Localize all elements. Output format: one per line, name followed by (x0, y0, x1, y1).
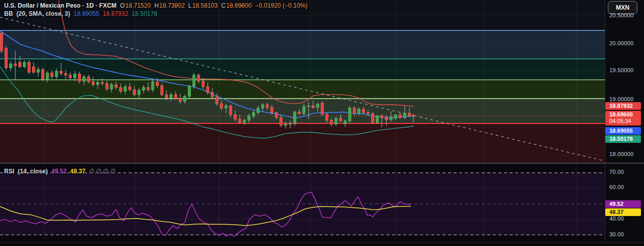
candle-down (340, 118, 342, 121)
axis-tick: 60.00 (609, 184, 624, 190)
candle-down (367, 112, 370, 113)
price-zone-5 (0, 124, 605, 163)
candle-down (271, 108, 273, 113)
candle-down (60, 71, 63, 73)
candle-down (385, 117, 388, 120)
candle-up (124, 87, 127, 91)
candle-up (74, 74, 76, 78)
ohlc-high: H 18.73802 (154, 2, 185, 9)
candle-down (266, 105, 269, 108)
rsi-params: (14, close) (18, 168, 48, 175)
last-price-badge: 18.6960004:05:34 (605, 111, 641, 126)
candle-up (143, 87, 145, 90)
axis-tick: 18.00000 (609, 151, 633, 157)
rsi-empty-values: ∅ ∅ ∅ ∅ (89, 168, 116, 175)
candle-down (5, 48, 8, 68)
axis-tick: 20.50000 (609, 12, 633, 18)
candle-down (198, 75, 200, 81)
bb-basis-badge: 18.69055 (605, 127, 641, 135)
axis-tick: 30.00 (609, 231, 624, 237)
candle-down (353, 108, 356, 114)
candle-up (97, 82, 99, 84)
candle-down (298, 112, 301, 113)
candle-down (239, 119, 241, 123)
bb-params: (20, SMA, close, 3) (16, 10, 70, 17)
candle-up (376, 116, 379, 122)
price-axis[interactable]: MXN 20.5000020.0000019.5000019.0000018.0… (605, 0, 644, 242)
rsi-value-badge: 49.52 (605, 200, 641, 208)
rsi-ma-value: 48.37 (70, 168, 86, 175)
candle-down (408, 113, 411, 116)
price-zone-2 (0, 59, 605, 80)
candle-down (19, 62, 21, 67)
candle-down (330, 120, 333, 125)
candle-up (225, 106, 228, 108)
axis-tick: 19.00000 (609, 96, 633, 102)
candle-up (317, 104, 319, 108)
rsi-ma-badge: 48.37 (605, 208, 641, 216)
candle-up (37, 70, 40, 73)
rsi-title: RSI (4, 168, 14, 175)
candle-down (133, 89, 136, 95)
candle-down (147, 87, 150, 89)
candle-up (335, 118, 338, 124)
candle-down (362, 109, 365, 113)
candle-down (65, 73, 67, 75)
candle-up (307, 106, 310, 106)
candle-up (358, 109, 360, 114)
candle-up (10, 64, 12, 68)
symbol-title: U.S. Dollar / Mexican Peso · 1D · FXCM (4, 2, 117, 9)
candle-down (202, 81, 205, 87)
rsi-outer-bottom (0, 235, 605, 242)
candle-up (55, 71, 58, 77)
bb-legend-row[interactable]: BB (20, SMA, close, 3) 18.69055 18.87932… (4, 10, 157, 17)
candle-up (138, 90, 141, 95)
candle-up (404, 113, 406, 118)
pane-separator[interactable] (0, 163, 644, 164)
candle-up (257, 108, 260, 113)
candle-down (42, 70, 44, 79)
candle-down (211, 93, 214, 97)
candle-up (390, 117, 393, 120)
candle-up (152, 82, 154, 89)
candle-down (33, 67, 35, 72)
candle-down (399, 115, 402, 118)
ohlc-close: C 18.69600 (221, 2, 252, 9)
rsi-legend-row[interactable]: RSI (14, close) 49.52 48.37 ∅ ∅ ∅ ∅ (4, 168, 116, 175)
candle-down (165, 95, 168, 98)
candle-up (294, 112, 296, 123)
candle-down (14, 64, 17, 66)
axis-tick: 70.00 (609, 169, 624, 175)
trading-chart-window: U.S. Dollar / Mexican Peso · 1D · FXCM O… (0, 0, 644, 246)
candle-down (156, 82, 159, 86)
candle-up (193, 75, 195, 86)
bb-upper-value: 18.87932 (103, 10, 128, 17)
time-axis[interactable] (0, 242, 644, 246)
candle-up (285, 125, 287, 126)
candle-up (188, 86, 191, 97)
candle-up (395, 115, 397, 118)
ohlc-open: O 18.71520 (120, 2, 151, 9)
candle-down (381, 116, 383, 117)
bb-upper-badge: 18.87932 (605, 102, 641, 110)
axis-tick: 20.00000 (609, 40, 633, 46)
candle-up (184, 97, 186, 102)
symbol-legend-row[interactable]: U.S. Dollar / Mexican Peso · 1D · FXCM O… (4, 2, 307, 9)
candle-up (110, 84, 113, 89)
candle-down (326, 114, 328, 120)
bb-basis-value: 18.69055 (74, 10, 99, 17)
candle-down (220, 104, 223, 108)
candle-down (106, 83, 108, 89)
chart-canvas[interactable] (0, 0, 605, 246)
candle-down (101, 82, 104, 83)
candle-up (243, 120, 246, 122)
bb-title: BB (4, 10, 13, 17)
candle-down (28, 62, 31, 72)
candle-up (289, 123, 292, 124)
candle-down (51, 73, 53, 77)
candle-down (234, 115, 237, 119)
candle-down (275, 112, 278, 117)
candle-up (262, 105, 264, 108)
candle-down (69, 75, 72, 78)
axis-tick: 19.50000 (609, 67, 633, 73)
